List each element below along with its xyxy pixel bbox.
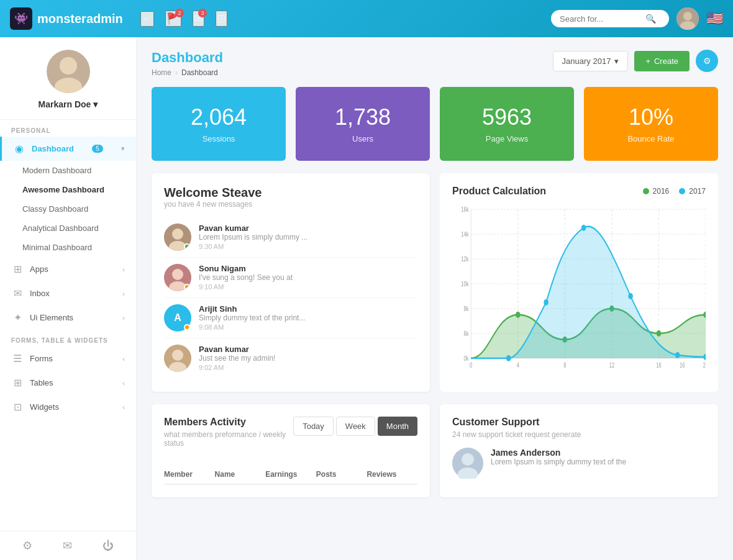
support-person: James Anderson Lorem Ipsum is simply dum… bbox=[452, 448, 706, 479]
sidebar-footer: ⚙ ✉ ⏻ bbox=[0, 531, 136, 560]
svg-text:12: 12 bbox=[609, 362, 614, 369]
svg-point-47 bbox=[506, 355, 511, 361]
svg-point-50 bbox=[628, 293, 633, 299]
customer-support-title: Customer Support bbox=[452, 417, 706, 428]
msg-avatar-1 bbox=[164, 224, 191, 251]
dashboard-expand-icon: ▾ bbox=[121, 145, 125, 153]
sidebar-item-modern-dashboard[interactable]: Modern Dashboard bbox=[0, 161, 136, 180]
sidebar-item-inbox[interactable]: ✉ Inbox ‹ bbox=[0, 281, 136, 305]
ui-elements-arrow-icon: ‹ bbox=[122, 314, 125, 322]
page-header: Dashboard Home › Dashboard January 2017 … bbox=[152, 50, 718, 77]
tab-today[interactable]: Today bbox=[293, 417, 334, 436]
online-indicator bbox=[184, 243, 190, 250]
msg-content-4: Pavan kumar Just see the my admin! 9:02 … bbox=[199, 345, 275, 371]
support-person-info: James Anderson Lorem Ipsum is simply dum… bbox=[491, 448, 626, 466]
msg-preview-3: Simply dummy text of the print... bbox=[199, 314, 305, 322]
svg-text:0: 0 bbox=[470, 362, 472, 369]
svg-point-54 bbox=[462, 453, 474, 466]
stat-cards-grid: 2,064 Sessions 1,738 Users 5963 Page Vie… bbox=[152, 87, 718, 161]
chart-header: Product Calculation 2016 2017 bbox=[452, 186, 706, 197]
msg-avatar-4 bbox=[164, 345, 191, 372]
svg-text:16: 16 bbox=[680, 362, 685, 369]
sessions-value: 2,064 bbox=[191, 104, 247, 130]
message-item-3: A Arijit Sinh Simply dummy text of the p… bbox=[164, 298, 417, 338]
members-activity-title: Members Activity bbox=[164, 417, 293, 428]
inbox-label: Inbox bbox=[30, 289, 50, 298]
sidebar-item-analytical-dashboard[interactable]: Analytical Dashboard bbox=[0, 219, 136, 238]
sidebar: Markarn Doe ▾ PERSONAL ◉ Dashboard 5 ▾ M… bbox=[0, 37, 137, 560]
dashboard-icon: ◉ bbox=[13, 143, 25, 155]
settings-footer-icon[interactable]: ⚙ bbox=[22, 539, 32, 553]
create-plus-icon: + bbox=[645, 56, 650, 66]
sidebar-item-ui-elements[interactable]: ✦ Ui Elements ‹ bbox=[0, 305, 136, 330]
user-avatar-top[interactable] bbox=[676, 7, 699, 30]
sidebar-item-classy-dashboard[interactable]: Classy Dashboard bbox=[0, 199, 136, 219]
message-item-2: Sonu Nigam I've sung a song! See you at … bbox=[164, 258, 417, 298]
power-footer-icon[interactable]: ⏻ bbox=[102, 540, 114, 553]
welcome-panel: Welcome Steave you have 4 new messages P… bbox=[152, 173, 430, 392]
search-box: 🔍 bbox=[551, 10, 669, 27]
apps-icon: ⊞ bbox=[11, 263, 24, 275]
nav-right-group: 🔍 🇺🇸 bbox=[551, 7, 723, 30]
customer-support-panel: Customer Support 24 new support ticket r… bbox=[440, 404, 718, 497]
svg-text:8: 8 bbox=[563, 362, 566, 369]
breadcrumb-home[interactable]: Home bbox=[152, 68, 171, 77]
breadcrumb-current: Dashboard bbox=[181, 68, 218, 77]
legend-dot-2016 bbox=[643, 188, 649, 194]
create-button[interactable]: + Create bbox=[634, 51, 690, 71]
search-input[interactable] bbox=[560, 14, 640, 24]
flag-button[interactable]: 🚩2 bbox=[165, 11, 181, 27]
header-settings-button[interactable]: ⚙ bbox=[696, 50, 718, 72]
svg-point-49 bbox=[581, 225, 586, 231]
sidebar-item-apps[interactable]: ⊞ Apps ‹ bbox=[0, 257, 136, 281]
sidebar-item-tables[interactable]: ⊞ Tables ‹ bbox=[0, 371, 136, 395]
sidebar-item-forms[interactable]: ☰ Forms ‹ bbox=[0, 346, 136, 371]
msg-time-4: 9:02 AM bbox=[199, 364, 275, 371]
brand-name: monsteradmin bbox=[37, 12, 123, 26]
mail-footer-icon[interactable]: ✉ bbox=[63, 539, 72, 553]
msg-name-2: Sonu Nigam bbox=[199, 264, 293, 273]
sidebar-item-minimal-dashboard[interactable]: Minimal Dashboard bbox=[0, 238, 136, 257]
forms-icon: ☰ bbox=[11, 353, 24, 364]
svg-text:8k: 8k bbox=[463, 305, 468, 312]
svg-text:20: 20 bbox=[703, 362, 706, 369]
date-picker-button[interactable]: January 2017 ▾ bbox=[553, 51, 629, 71]
sessions-label: Sessions bbox=[203, 134, 235, 143]
svg-point-10 bbox=[172, 269, 183, 280]
col-reviews: Reviews bbox=[366, 470, 417, 479]
msg-time-3: 9:08 AM bbox=[199, 323, 305, 331]
create-label: Create bbox=[654, 56, 678, 66]
sidebar-item-widgets[interactable]: ⊡ Widgets ‹ bbox=[0, 395, 136, 419]
sidebar-item-awesome-dashboard[interactable]: Awesome Dashboard bbox=[0, 180, 136, 199]
profile-name[interactable]: Markarn Doe ▾ bbox=[39, 99, 98, 109]
sidebar-item-dashboard[interactable]: ◉ Dashboard 5 ▾ bbox=[0, 137, 136, 161]
support-person-name: James Anderson bbox=[491, 448, 626, 458]
tab-week[interactable]: Week bbox=[336, 417, 375, 436]
bounce-value: 10% bbox=[629, 104, 673, 130]
stat-card-pageviews: 5963 Page Views bbox=[440, 87, 574, 161]
pageviews-value: 5963 bbox=[482, 104, 532, 130]
support-avatar bbox=[452, 448, 483, 479]
ui-elements-label: Ui Elements bbox=[30, 313, 73, 322]
date-arrow-icon: ▾ bbox=[614, 56, 619, 66]
product-chart: 16k 14k 12k 10k 8k 6k 0k 0 4 8 12 16 16 … bbox=[452, 203, 706, 377]
back-button[interactable]: ← bbox=[140, 11, 154, 27]
svg-text:16k: 16k bbox=[461, 206, 469, 213]
svg-text:0k: 0k bbox=[463, 355, 468, 362]
language-flag[interactable]: 🇺🇸 bbox=[706, 11, 723, 27]
msg-content-1: Pavan kumar Lorem Ipsum is simply dummy … bbox=[199, 224, 307, 250]
mail-button[interactable]: ✉3 bbox=[193, 11, 204, 27]
col-member: Member bbox=[164, 470, 215, 479]
customer-support-subtitle: 24 new support ticket request generate bbox=[452, 430, 706, 439]
tables-arrow-icon: ‹ bbox=[122, 379, 125, 387]
avatar bbox=[47, 50, 90, 93]
tab-month[interactable]: Month bbox=[378, 417, 417, 436]
forms-arrow-icon: ‹ bbox=[122, 355, 125, 363]
flag-badge: 2 bbox=[175, 9, 184, 17]
brand-logo: 👾 monsteradmin bbox=[10, 7, 140, 30]
grid-button[interactable]: ⊞ bbox=[216, 11, 227, 27]
apps-arrow-icon: ‹ bbox=[122, 266, 125, 273]
msg-name-4: Pavan kumar bbox=[199, 345, 275, 354]
logo-icon: 👾 bbox=[10, 7, 32, 30]
msg-preview-4: Just see the my admin! bbox=[199, 354, 275, 363]
